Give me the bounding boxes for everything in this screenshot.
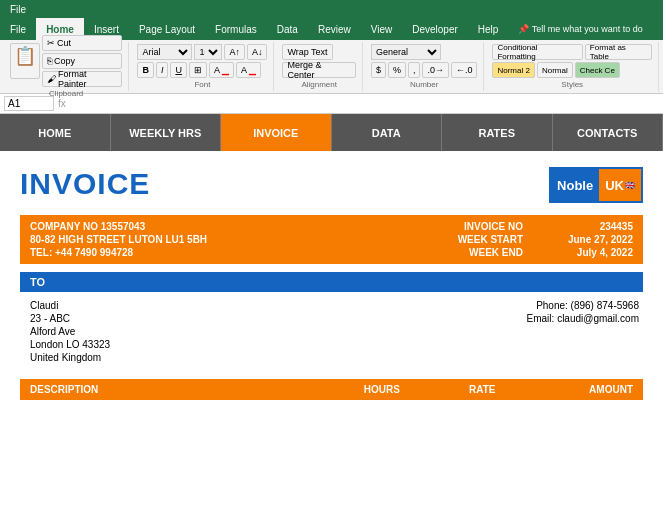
info-right-2: WEEK START June 27, 2022: [458, 234, 633, 245]
invoice-no-label: INVOICE NO: [464, 221, 523, 232]
decrease-decimal-button[interactable]: ←.0: [451, 62, 478, 78]
styles-label: Styles: [492, 80, 652, 89]
to-header: TO: [20, 272, 643, 292]
client-country: United Kingdom: [30, 352, 527, 363]
desc-col-header: DESCRIPTION: [30, 384, 332, 395]
info-row-2: 80-82 HIGH STREET LUTON LU1 5BH WEEK STA…: [30, 234, 633, 245]
number-format-select[interactable]: General: [371, 44, 441, 60]
invoice-title: INVOICE: [20, 167, 150, 201]
name-box[interactable]: [4, 96, 54, 111]
border-button[interactable]: ⊞: [189, 62, 207, 78]
logo-uk: UK 🇬🇧: [599, 169, 641, 201]
amount-col-header: AMOUNT: [533, 384, 634, 395]
format-as-table-button[interactable]: Format as Table: [585, 44, 652, 60]
invoice-header: INVOICE Noble UK 🇬🇧: [20, 167, 643, 203]
client-phone: Phone: (896) 874-5968: [527, 300, 639, 311]
font-name-select[interactable]: Arial: [137, 44, 192, 60]
tab-help[interactable]: Help: [468, 18, 509, 40]
nav-tab-contacts[interactable]: CONTACTS: [553, 114, 664, 151]
logo-flag: 🇬🇧: [625, 181, 635, 190]
paste-button[interactable]: 📋: [10, 43, 40, 79]
decrease-font-button[interactable]: A↓: [247, 44, 268, 60]
info-right-1: INVOICE NO 234435: [464, 221, 633, 232]
normal2-style-button[interactable]: Normal 2: [492, 62, 534, 78]
normal-style-button[interactable]: Normal: [537, 62, 573, 78]
font-label: Font: [137, 80, 267, 89]
increase-font-button[interactable]: A↑: [224, 44, 245, 60]
formula-divider: fx: [58, 98, 66, 109]
format-painter-button[interactable]: 🖌 Format Painter: [42, 71, 122, 87]
nav-tab-rates[interactable]: RATES: [442, 114, 553, 151]
nav-tab-home[interactable]: HOME: [0, 114, 111, 151]
cut-button[interactable]: ✂ Cut: [42, 35, 122, 51]
merge-center-button[interactable]: Merge & Center: [282, 62, 355, 78]
hours-col-header: HOURS: [332, 384, 433, 395]
client-name: Claudi: [30, 300, 527, 311]
logo-noble: Noble: [551, 169, 599, 201]
client-email: Email: claudi@gmail.com: [527, 313, 639, 324]
font-group: Arial 10 A↑ A↓ B I U ⊞ A▁ A▁ Font: [131, 42, 274, 91]
to-left: Claudi 23 - ABC Alford Ave London LO 433…: [20, 298, 527, 365]
info-block: COMPANY NO 13557043 INVOICE NO 234435 80…: [20, 215, 643, 264]
tab-developer[interactable]: Developer: [402, 18, 468, 40]
percent-button[interactable]: %: [388, 62, 406, 78]
rate-col-header: RATE: [432, 384, 533, 395]
info-right-3: WEEK END July 4, 2022: [469, 247, 633, 258]
tab-formulas[interactable]: Formulas: [205, 18, 267, 40]
alignment-label: Alignment: [282, 80, 355, 89]
tab-data[interactable]: Data: [267, 18, 308, 40]
logo-box: Noble UK 🇬🇧: [549, 167, 643, 203]
formula-input[interactable]: [70, 98, 659, 109]
styles-group: Conditional Formatting Format as Table N…: [486, 42, 659, 91]
nav-tabs: HOME WEEKLY HRS INVOICE DATA RATES CONTA…: [0, 114, 663, 151]
nav-tab-weekly-hrs[interactable]: WEEKLY HRS: [111, 114, 222, 151]
number-label: Number: [371, 80, 478, 89]
fill-color-button[interactable]: A▁: [209, 62, 234, 78]
client-company: 23 - ABC: [30, 313, 527, 324]
info-row-3: TEL: +44 7490 994728 WEEK END July 4, 20…: [30, 247, 633, 258]
ribbon-controls: 📋 ✂ Cut ⎘ Copy 🖌 Format Painter Clipboar…: [0, 40, 663, 94]
to-right: Phone: (896) 874-5968 Email: claudi@gmai…: [527, 298, 643, 365]
currency-button[interactable]: $: [371, 62, 386, 78]
week-end-label: WEEK END: [469, 247, 523, 258]
number-group: General $ % , .0→ ←.0 Number: [365, 42, 485, 91]
check-cell-button[interactable]: Check Ce: [575, 62, 620, 78]
increase-decimal-button[interactable]: .0→: [422, 62, 449, 78]
file-menu[interactable]: File: [10, 4, 26, 15]
font-color-button[interactable]: A▁: [236, 62, 261, 78]
excel-title-bar: File: [0, 0, 663, 18]
to-body: Claudi 23 - ABC Alford Ave London LO 433…: [20, 292, 643, 371]
invoice-content: INVOICE Noble UK 🇬🇧 COMPANY NO 13557043 …: [0, 151, 663, 410]
client-address1: Alford Ave: [30, 326, 527, 337]
wrap-text-button[interactable]: Wrap Text: [282, 44, 332, 60]
company-tel: TEL: +44 7490 994728: [30, 247, 469, 258]
company-address: 80-82 HIGH STREET LUTON LU1 5BH: [30, 234, 458, 245]
clipboard-group: 📋 ✂ Cut ⎘ Copy 🖌 Format Painter Clipboar…: [4, 42, 129, 91]
nav-tab-invoice[interactable]: INVOICE: [221, 114, 332, 151]
tab-view[interactable]: View: [361, 18, 403, 40]
tab-tellme[interactable]: 📌 Tell me what you want to do: [508, 18, 652, 40]
invoice-no-value: 234435: [553, 221, 633, 232]
underline-button[interactable]: U: [170, 62, 187, 78]
client-address2: London LO 43323: [30, 339, 527, 350]
company-no: COMPANY NO 13557043: [30, 221, 464, 232]
bold-button[interactable]: B: [137, 62, 154, 78]
font-size-select[interactable]: 10: [194, 44, 222, 60]
week-end-value: July 4, 2022: [553, 247, 633, 258]
info-row-1: COMPANY NO 13557043 INVOICE NO 234435: [30, 221, 633, 232]
week-start-label: WEEK START: [458, 234, 523, 245]
week-start-value: June 27, 2022: [553, 234, 633, 245]
alignment-group: Wrap Text Merge & Center Alignment: [276, 42, 362, 91]
italic-button[interactable]: I: [156, 62, 169, 78]
description-header: DESCRIPTION HOURS RATE AMOUNT: [20, 379, 643, 400]
tab-page-layout[interactable]: Page Layout: [129, 18, 205, 40]
nav-tab-data[interactable]: DATA: [332, 114, 443, 151]
comma-button[interactable]: ,: [408, 62, 421, 78]
tab-review[interactable]: Review: [308, 18, 361, 40]
conditional-formatting-button[interactable]: Conditional Formatting: [492, 44, 582, 60]
copy-button[interactable]: ⎘ Copy: [42, 53, 122, 69]
